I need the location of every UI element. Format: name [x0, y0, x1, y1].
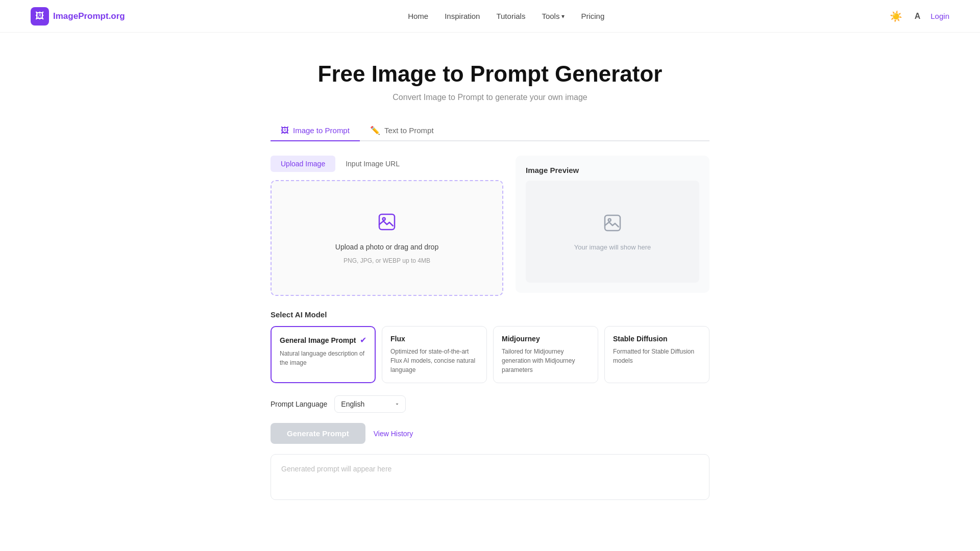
- ai-model-title: Select AI Model: [271, 310, 709, 319]
- view-history-link[interactable]: View History: [374, 430, 413, 438]
- theme-toggle-button[interactable]: ☀️: [888, 8, 904, 24]
- upload-image-tab[interactable]: Upload Image: [271, 156, 335, 172]
- content-grid: Upload Image Input Image URL Upload a ph…: [271, 156, 709, 296]
- generate-button[interactable]: Generate Prompt: [271, 423, 365, 444]
- upload-tabs: Upload Image Input Image URL: [271, 156, 503, 172]
- model-card-flux[interactable]: Flux Optimized for state-of-the-art Flux…: [382, 326, 487, 383]
- upload-dropzone[interactable]: Upload a photo or drag and drop PNG, JPG…: [271, 180, 503, 296]
- tools-chevron-icon: ▾: [561, 13, 565, 20]
- left-panel: Upload Image Input Image URL Upload a ph…: [271, 156, 503, 296]
- hero-subtitle: Convert Image to Prompt to generate your…: [10, 93, 970, 102]
- nav-links: Home Inspiration Tutorials Tools ▾ Prici…: [408, 12, 604, 20]
- model-card-flux-header: Flux: [390, 335, 478, 343]
- hero-title: Free Image to Prompt Generator: [10, 61, 970, 87]
- login-button[interactable]: Login: [930, 12, 949, 20]
- model-desc-stable-diffusion: Formatted for Stable Diffusion models: [613, 347, 701, 365]
- text-to-prompt-icon: ✏️: [370, 126, 380, 135]
- main-tabs: 🖼 Image to Prompt ✏️ Text to Prompt: [271, 120, 709, 141]
- upload-icon: [377, 212, 397, 237]
- prompt-language-label: Prompt Language: [271, 400, 327, 408]
- upload-sub-text: PNG, JPG, or WEBP up to 4MB: [344, 257, 430, 264]
- nav-tutorials[interactable]: Tutorials: [496, 12, 525, 20]
- model-card-stable-diffusion[interactable]: Stable Diffusion Formatted for Stable Di…: [604, 326, 709, 383]
- preview-panel: Image Preview Your image will show here: [516, 156, 709, 293]
- tab-text-to-prompt[interactable]: ✏️ Text to Prompt: [360, 120, 444, 141]
- model-name-flux: Flux: [390, 335, 405, 343]
- language-select[interactable]: English Spanish French German Chinese Ja…: [334, 395, 406, 413]
- language-button[interactable]: A: [913, 10, 923, 23]
- tab-image-to-prompt[interactable]: 🖼 Image to Prompt: [271, 120, 360, 141]
- svg-point-1: [383, 218, 385, 220]
- tab-image-to-prompt-label: Image to Prompt: [293, 126, 350, 135]
- image-to-prompt-icon: 🖼: [281, 126, 289, 135]
- model-desc-flux: Optimized for state-of-the-art Flux AI m…: [390, 347, 478, 374]
- model-desc-general: Natural language description of the imag…: [280, 349, 366, 367]
- nav-home[interactable]: Home: [408, 12, 428, 20]
- model-name-general: General Image Prompt: [280, 336, 356, 344]
- upload-main-text: Upload a photo or drag and drop: [335, 243, 438, 251]
- model-card-midjourney-header: Midjourney: [502, 335, 590, 343]
- model-card-general[interactable]: General Image Prompt ✔ Natural language …: [271, 326, 376, 383]
- output-placeholder: Generated prompt will appear here: [281, 465, 391, 473]
- svg-point-3: [608, 218, 611, 221]
- nav-tools[interactable]: Tools ▾: [542, 12, 565, 20]
- model-card-midjourney[interactable]: Midjourney Tailored for Midjourney gener…: [493, 326, 598, 383]
- logo-icon: 🖼: [31, 7, 49, 26]
- model-name-stable-diffusion: Stable Diffusion: [613, 335, 668, 343]
- preview-placeholder-icon: [602, 213, 623, 237]
- model-check-icon-general: ✔: [360, 335, 366, 345]
- input-url-tab[interactable]: Input Image URL: [335, 156, 410, 172]
- preview-area: Your image will show here: [526, 181, 699, 283]
- model-desc-midjourney: Tailored for Midjourney generation with …: [502, 347, 590, 374]
- generate-row: Generate Prompt View History: [271, 423, 709, 444]
- preview-placeholder-text: Your image will show here: [574, 243, 651, 251]
- nav-pricing[interactable]: Pricing: [581, 12, 604, 20]
- logo[interactable]: 🖼 ImagePrompt.org: [31, 7, 125, 26]
- model-name-midjourney: Midjourney: [502, 335, 540, 343]
- prompt-language-row: Prompt Language English Spanish French G…: [271, 395, 709, 413]
- ai-model-section: Select AI Model General Image Prompt ✔ N…: [271, 310, 709, 383]
- preview-title: Image Preview: [526, 166, 699, 174]
- model-grid: General Image Prompt ✔ Natural language …: [271, 326, 709, 383]
- hero-section: Free Image to Prompt Generator Convert I…: [0, 33, 980, 120]
- tab-text-to-prompt-label: Text to Prompt: [384, 126, 434, 135]
- navbar: 🖼 ImagePrompt.org Home Inspiration Tutor…: [0, 0, 980, 33]
- output-area: Generated prompt will appear here: [271, 454, 709, 500]
- model-card-general-header: General Image Prompt ✔: [280, 335, 366, 345]
- logo-text: ImagePrompt.org: [53, 11, 125, 21]
- main-container: 🖼 Image to Prompt ✏️ Text to Prompt Uplo…: [260, 120, 720, 531]
- nav-inspiration[interactable]: Inspiration: [445, 12, 480, 20]
- model-card-stable-diffusion-header: Stable Diffusion: [613, 335, 701, 343]
- navbar-right: ☀️ A Login: [888, 8, 949, 24]
